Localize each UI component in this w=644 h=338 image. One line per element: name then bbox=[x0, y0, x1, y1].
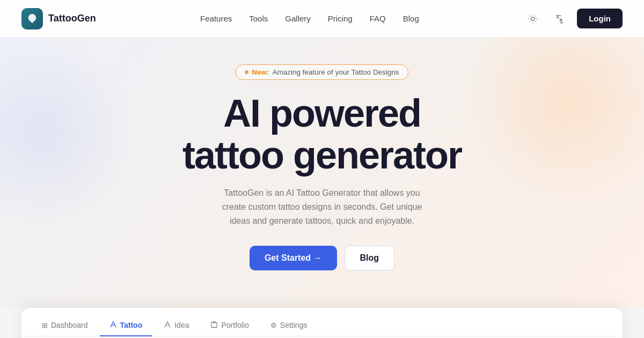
nav-blog[interactable]: Blog bbox=[403, 14, 419, 23]
nav-links: Features Tools Gallery Pricing FAQ Blog bbox=[200, 14, 419, 24]
badge-new-label: New: bbox=[252, 68, 269, 76]
tab-idea[interactable]: Idea bbox=[154, 315, 199, 336]
tab-tattoo-label: Tattoo bbox=[120, 321, 143, 329]
tab-dashboard-label: Dashboard bbox=[51, 321, 88, 329]
svg-rect-9 bbox=[211, 322, 217, 327]
blog-button[interactable]: Blog bbox=[345, 246, 395, 270]
badge-dot bbox=[245, 70, 248, 74]
logo-area[interactable]: TattooGen bbox=[21, 8, 96, 30]
app-tabs: ⊞ Dashboard Tattoo Idea bbox=[21, 308, 623, 336]
hero-subtitle: TattooGen is an AI Tattoo Generator that… bbox=[220, 186, 424, 229]
tab-tattoo[interactable]: Tattoo bbox=[100, 315, 152, 336]
nav-pricing[interactable]: Pricing bbox=[328, 14, 353, 23]
hero-buttons: Get Started → Blog bbox=[250, 246, 394, 270]
svg-line-7 bbox=[530, 21, 530, 21]
tattoo-icon bbox=[109, 321, 117, 330]
hero-title: AI powered tattoo generator bbox=[182, 93, 462, 177]
svg-point-0 bbox=[531, 17, 535, 20]
tab-portfolio[interactable]: Portfolio bbox=[201, 315, 258, 336]
svg-line-8 bbox=[536, 16, 536, 16]
badge-text: Amazing feature of your Tattoo Designs bbox=[273, 68, 399, 76]
hero-title-line1: AI powered bbox=[223, 92, 421, 135]
hero-title-line2: tattoo generator bbox=[182, 134, 462, 177]
tab-idea-label: Idea bbox=[174, 321, 189, 329]
tab-dashboard[interactable]: ⊞ Dashboard bbox=[32, 315, 98, 336]
announcement-badge[interactable]: New: Amazing feature of your Tattoo Desi… bbox=[236, 64, 408, 80]
translate-icon-button[interactable] bbox=[550, 9, 569, 28]
get-started-button[interactable]: Get Started → bbox=[250, 246, 337, 270]
settings-icon: ⚙ bbox=[270, 321, 277, 329]
navbar: TattooGen Features Tools Gallery Pricing… bbox=[0, 0, 644, 38]
idea-icon bbox=[164, 321, 171, 330]
svg-line-5 bbox=[530, 16, 530, 16]
logo-icon bbox=[21, 8, 43, 30]
dashboard-icon: ⊞ bbox=[42, 321, 48, 329]
sun-icon-button[interactable] bbox=[523, 9, 543, 28]
tab-portfolio-label: Portfolio bbox=[221, 321, 248, 329]
hero-section: New: Amazing feature of your Tattoo Desi… bbox=[0, 38, 644, 308]
tab-settings-label: Settings bbox=[280, 321, 308, 329]
portfolio-icon bbox=[210, 321, 218, 330]
login-button[interactable]: Login bbox=[577, 9, 623, 28]
nav-faq[interactable]: FAQ bbox=[370, 14, 386, 23]
tab-settings[interactable]: ⚙ Settings bbox=[261, 315, 317, 336]
svg-line-6 bbox=[536, 21, 536, 21]
nav-tools[interactable]: Tools bbox=[249, 14, 268, 23]
nav-right: Login bbox=[523, 9, 623, 28]
nav-gallery[interactable]: Gallery bbox=[285, 14, 311, 23]
logo-text: TattooGen bbox=[48, 13, 96, 24]
nav-features[interactable]: Features bbox=[200, 14, 232, 23]
app-preview-panel: ⊞ Dashboard Tattoo Idea bbox=[21, 308, 623, 338]
